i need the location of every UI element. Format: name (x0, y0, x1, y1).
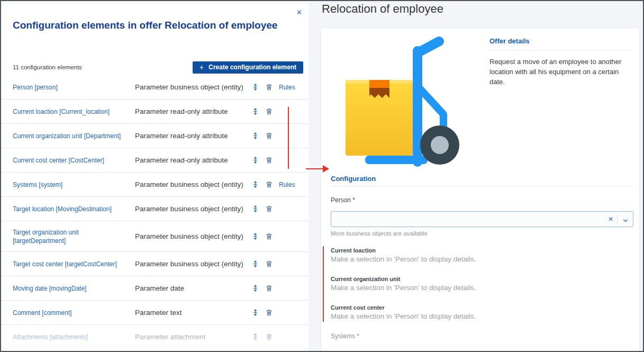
close-icon[interactable]: ✕ (296, 9, 302, 16)
list-meta-row: 11 configuration elements + Create confi… (13, 61, 303, 74)
config-elements-panel: ✕ Configuration elements in offer Reloca… (1, 1, 309, 351)
config-element-name-link[interactable]: Comment [comment] (13, 309, 135, 317)
offer-description: Request a move of an employee to another… (489, 57, 633, 87)
person-field-label: Person * (331, 196, 355, 204)
offer-preview-panel: Relocation of employee (309, 1, 643, 351)
move-icon[interactable] (251, 180, 259, 188)
config-elements-list: Person [person] Parameter business objec… (1, 75, 309, 349)
offer-details-heading: Offer details (489, 37, 633, 45)
row-actions: Rules (251, 83, 298, 91)
trash-icon[interactable] (265, 156, 273, 164)
trash-icon[interactable] (265, 107, 273, 115)
config-element-type: Parameter read-only attribute (135, 132, 251, 140)
create-button-label: Create configuration element (208, 64, 296, 71)
current-org-unit-label: Current organization unit (331, 276, 400, 282)
config-element-name-link[interactable]: Current cost center [CostCenter] (13, 156, 135, 165)
row-actions (251, 284, 298, 292)
annotation-red-line-left (288, 107, 289, 169)
annotation-red-arrow-head (323, 165, 329, 173)
trash-icon[interactable] (265, 180, 273, 188)
row-actions (251, 232, 298, 240)
config-element-type: Parameter date (135, 284, 251, 292)
config-element-name-link[interactable]: Target organization unit [targetDepartme… (13, 228, 135, 245)
config-element-name-link[interactable]: Person [person] (13, 83, 135, 92)
config-element-name-link[interactable]: Current loaction [Current_location] (13, 107, 135, 116)
rules-link[interactable]: Rules (279, 181, 298, 188)
trash-icon[interactable] (265, 309, 273, 317)
config-element-type: Parameter business object (entity) (135, 260, 251, 268)
current-location-label: Current loaction (331, 247, 376, 254)
config-element-type: Parameter business object (entity) (135, 232, 251, 240)
row-actions (251, 132, 298, 140)
trash-icon[interactable] (265, 205, 273, 213)
config-element-name-link[interactable]: Systems [system] (13, 180, 135, 189)
current-org-unit-placeholder: Make a selection in 'Person' to display … (331, 284, 476, 292)
trash-icon[interactable] (265, 132, 273, 140)
row-actions (251, 156, 298, 164)
create-configuration-element-button[interactable]: + Create configuration element (193, 61, 303, 74)
current-location-placeholder: Make a selection in 'Person' to display … (331, 255, 476, 263)
row-actions: Rules (251, 180, 298, 188)
move-icon[interactable] (251, 284, 259, 292)
config-element-row: Comment [comment] Parameter text (1, 301, 309, 325)
trash-icon[interactable] (265, 260, 273, 268)
row-actions (251, 333, 298, 341)
chevron-down-icon[interactable] (622, 216, 629, 226)
move-icon[interactable] (251, 156, 259, 164)
row-actions (251, 309, 298, 317)
config-element-type: Parameter business object (entity) (135, 180, 251, 188)
move-icon[interactable] (251, 205, 259, 213)
move-icon[interactable] (251, 309, 259, 317)
move-icon[interactable] (251, 83, 259, 91)
config-element-type: Parameter text (135, 309, 251, 317)
annotation-red-arrow (306, 168, 324, 169)
configuration-heading: Configuration (331, 175, 376, 183)
config-element-row: Attachments [attachments] Parameter atta… (1, 325, 309, 349)
trash-icon[interactable] (265, 232, 273, 240)
combobox-divider (617, 215, 618, 223)
config-element-type: Parameter business object (entity) (135, 83, 251, 91)
config-element-name-link[interactable]: Target cost center [targetCostCenter] (13, 260, 135, 268)
config-element-name-link[interactable]: Target location [MovingDestination] (13, 205, 135, 213)
config-element-row: Target location [MovingDestination] Para… (1, 197, 309, 221)
config-element-name-link[interactable]: Current organization unit [Department] (13, 132, 135, 140)
person-combobox[interactable]: ✕ (331, 211, 633, 227)
config-element-row: Current cost center [CostCenter] Paramet… (1, 148, 309, 173)
config-element-row: Systems [system] Parameter business obje… (1, 173, 309, 197)
config-element-type: Parameter attachment (135, 333, 251, 341)
offer-details-divider (489, 50, 633, 51)
row-actions (251, 107, 298, 115)
move-icon[interactable] (251, 132, 259, 140)
trash-icon[interactable] (265, 83, 273, 91)
panel-title: Configuration elements in offer Relocati… (13, 17, 284, 33)
annotation-red-line-right (323, 246, 324, 322)
rules-link[interactable]: Rules (279, 84, 298, 91)
config-element-row: Person [person] Parameter business objec… (1, 75, 309, 100)
config-element-row: Target cost center [targetCostCenter] Pa… (1, 252, 309, 276)
trash-icon[interactable] (265, 333, 273, 341)
config-element-type: Parameter read-only attribute (135, 107, 251, 115)
element-count: 11 configuration elements (13, 64, 82, 70)
config-element-row: Moving date [movingDate] Parameter date (1, 276, 309, 301)
row-actions (251, 260, 298, 268)
current-cost-center-placeholder: Make a selection in 'Person' to display … (331, 312, 476, 320)
row-actions (251, 205, 298, 213)
current-cost-center-label: Current cost center (331, 304, 384, 311)
config-element-type: Parameter read-only attribute (135, 156, 251, 164)
move-icon[interactable] (251, 333, 259, 341)
screenshot-root: ✕ Configuration elements in offer Reloca… (0, 0, 644, 352)
move-icon[interactable] (251, 232, 259, 240)
systems-field-label: Systems * (331, 332, 359, 340)
config-element-row: Target organization unit [targetDepartme… (1, 221, 309, 252)
move-icon[interactable] (251, 107, 259, 115)
hand-truck-illustration (346, 36, 470, 168)
plus-icon: + (199, 64, 204, 71)
config-element-name-link[interactable]: Moving date [movingDate] (13, 284, 135, 293)
config-element-type: Parameter business object (entity) (135, 205, 251, 213)
move-icon[interactable] (251, 260, 259, 268)
config-element-name-link[interactable]: Attachments [attachments] (13, 333, 135, 341)
offer-details-section: Offer details Request a move of an emplo… (489, 37, 633, 87)
clear-icon[interactable]: ✕ (608, 215, 613, 223)
person-field-hint: More business objects are available (331, 230, 428, 237)
trash-icon[interactable] (265, 284, 273, 292)
